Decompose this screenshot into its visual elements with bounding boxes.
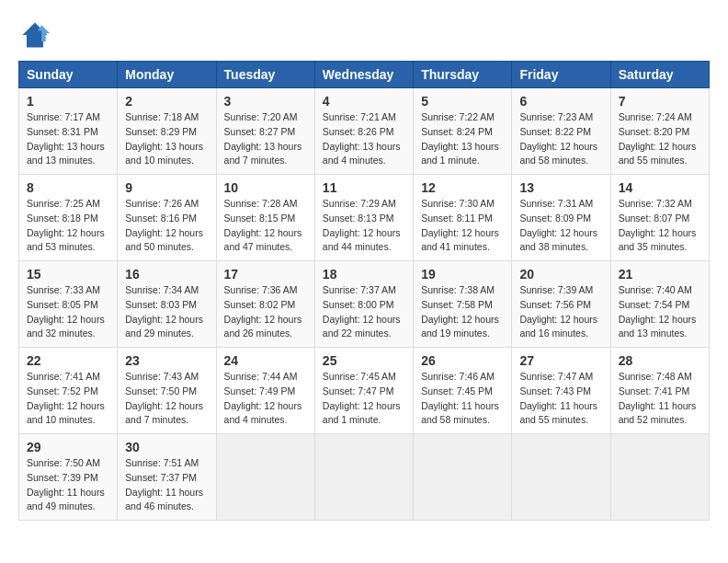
calendar-day-cell: 1Sunrise: 7:17 AM Sunset: 8:31 PM Daylig… — [19, 88, 118, 175]
calendar-day-cell: 12Sunrise: 7:30 AM Sunset: 8:11 PM Dayli… — [414, 175, 512, 261]
calendar-day-cell: 24Sunrise: 7:44 AM Sunset: 7:49 PM Dayli… — [216, 348, 314, 434]
calendar-week-row: 8Sunrise: 7:25 AM Sunset: 8:18 PM Daylig… — [19, 175, 710, 261]
calendar-day-cell: 13Sunrise: 7:31 AM Sunset: 8:09 PM Dayli… — [512, 175, 610, 261]
calendar-day-cell: 4Sunrise: 7:21 AM Sunset: 8:26 PM Daylig… — [314, 88, 413, 175]
calendar-day-cell — [512, 434, 610, 521]
calendar-day-cell: 27Sunrise: 7:47 AM Sunset: 7:43 PM Dayli… — [512, 348, 610, 434]
page-header — [18, 18, 710, 52]
calendar-week-row: 15Sunrise: 7:33 AM Sunset: 8:05 PM Dayli… — [19, 261, 710, 348]
calendar-day-cell — [216, 434, 314, 521]
calendar-day-cell — [610, 434, 709, 521]
calendar-day-header: Saturday — [610, 62, 709, 88]
calendar-day-cell: 21Sunrise: 7:40 AM Sunset: 7:54 PM Dayli… — [610, 261, 709, 348]
calendar-day-cell: 8Sunrise: 7:25 AM Sunset: 8:18 PM Daylig… — [19, 175, 118, 261]
generalblue-logo-icon — [18, 18, 51, 52]
calendar-day-header: Sunday — [19, 62, 118, 88]
calendar-day-cell — [314, 434, 413, 521]
calendar-day-cell: 10Sunrise: 7:28 AM Sunset: 8:15 PM Dayli… — [216, 175, 314, 261]
calendar-day-cell: 29Sunrise: 7:50 AM Sunset: 7:39 PM Dayli… — [19, 434, 118, 521]
calendar-day-cell: 18Sunrise: 7:37 AM Sunset: 8:00 PM Dayli… — [314, 261, 413, 348]
calendar-day-cell: 14Sunrise: 7:32 AM Sunset: 8:07 PM Dayli… — [610, 175, 709, 261]
calendar-week-row: 29Sunrise: 7:50 AM Sunset: 7:39 PM Dayli… — [19, 434, 710, 521]
calendar-day-header: Monday — [118, 62, 216, 88]
calendar-day-cell: 3Sunrise: 7:20 AM Sunset: 8:27 PM Daylig… — [216, 88, 314, 175]
calendar-day-cell: 30Sunrise: 7:51 AM Sunset: 7:37 PM Dayli… — [118, 434, 216, 521]
calendar-day-cell: 26Sunrise: 7:46 AM Sunset: 7:45 PM Dayli… — [414, 348, 512, 434]
calendar-day-header: Thursday — [414, 62, 512, 88]
calendar-day-cell: 20Sunrise: 7:39 AM Sunset: 7:56 PM Dayli… — [512, 261, 610, 348]
calendar-week-row: 1Sunrise: 7:17 AM Sunset: 8:31 PM Daylig… — [19, 88, 710, 175]
calendar-day-cell: 25Sunrise: 7:45 AM Sunset: 7:47 PM Dayli… — [314, 348, 413, 434]
calendar-day-cell: 16Sunrise: 7:34 AM Sunset: 8:03 PM Dayli… — [118, 261, 216, 348]
calendar-day-cell: 17Sunrise: 7:36 AM Sunset: 8:02 PM Dayli… — [216, 261, 314, 348]
calendar-day-cell: 7Sunrise: 7:24 AM Sunset: 8:20 PM Daylig… — [610, 88, 709, 175]
calendar-week-row: 22Sunrise: 7:41 AM Sunset: 7:52 PM Dayli… — [19, 348, 710, 434]
calendar-day-cell: 23Sunrise: 7:43 AM Sunset: 7:50 PM Dayli… — [118, 348, 216, 434]
calendar-day-cell: 6Sunrise: 7:23 AM Sunset: 8:22 PM Daylig… — [512, 88, 610, 175]
calendar-day-cell: 15Sunrise: 7:33 AM Sunset: 8:05 PM Dayli… — [19, 261, 118, 348]
calendar-day-cell: 9Sunrise: 7:26 AM Sunset: 8:16 PM Daylig… — [118, 175, 216, 261]
calendar-day-cell — [414, 434, 512, 521]
calendar-day-cell: 2Sunrise: 7:18 AM Sunset: 8:29 PM Daylig… — [118, 88, 216, 175]
calendar-table: SundayMondayTuesdayWednesdayThursdayFrid… — [18, 61, 710, 521]
calendar-header-row: SundayMondayTuesdayWednesdayThursdayFrid… — [19, 62, 710, 88]
calendar-day-cell: 19Sunrise: 7:38 AM Sunset: 7:58 PM Dayli… — [414, 261, 512, 348]
logo — [18, 18, 57, 52]
calendar-day-header: Tuesday — [216, 62, 314, 88]
calendar-day-header: Wednesday — [314, 62, 413, 88]
calendar-day-cell: 11Sunrise: 7:29 AM Sunset: 8:13 PM Dayli… — [314, 175, 413, 261]
calendar-day-cell: 22Sunrise: 7:41 AM Sunset: 7:52 PM Dayli… — [19, 348, 118, 434]
calendar-day-header: Friday — [512, 62, 610, 88]
calendar-day-cell: 28Sunrise: 7:48 AM Sunset: 7:41 PM Dayli… — [610, 348, 709, 434]
calendar-day-cell: 5Sunrise: 7:22 AM Sunset: 8:24 PM Daylig… — [414, 88, 512, 175]
